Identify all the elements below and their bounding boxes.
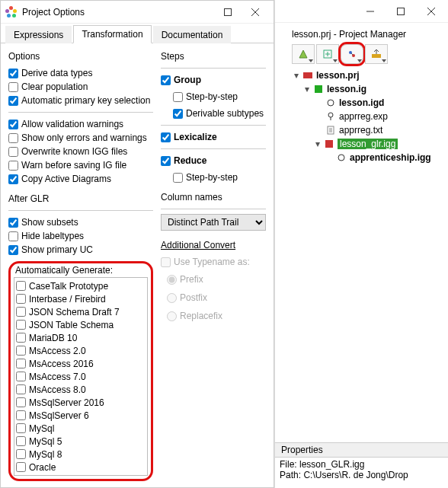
check[interactable] — [16, 384, 26, 394]
check[interactable] — [16, 410, 26, 420]
ig-icon — [313, 84, 324, 94]
option-label: Allow validation warnings — [21, 119, 123, 129]
autogen-row[interactable]: MsSqlServer 2016 — [16, 396, 146, 409]
autogen-row[interactable]: MySql 5 — [16, 435, 146, 448]
maximize-button[interactable] — [214, 2, 242, 23]
option-row[interactable]: Clear population — [8, 80, 153, 94]
afterglr-row[interactable]: Hide labeltypes — [8, 229, 153, 243]
option-row[interactable]: Allow validation warnings — [8, 117, 153, 131]
properties-panel: Properties File: lesson_GLR.igg Path: C:… — [275, 442, 448, 488]
autogen-row[interactable]: JSON Schema Draft 7 — [16, 305, 146, 318]
autogen-row[interactable]: Oracle 12 — [16, 474, 146, 476]
check[interactable] — [16, 359, 26, 368]
afterglr-row[interactable]: Show primary UC — [8, 243, 153, 257]
option-row[interactable]: Automatic primary key selection — [8, 94, 153, 107]
check[interactable] — [16, 423, 26, 433]
check[interactable] — [16, 372, 26, 381]
autogen-row[interactable]: MySql 8 — [16, 448, 146, 461]
step-group-check[interactable] — [161, 75, 171, 85]
step-reduce-stepbystep[interactable]: Step-by-step — [161, 171, 266, 184]
afterglr-row[interactable]: Show subsets — [8, 215, 153, 229]
check[interactable] — [16, 449, 26, 459]
check[interactable] — [161, 132, 171, 142]
radio — [167, 275, 177, 285]
close-button[interactable] — [242, 2, 269, 23]
column-names-select[interactable]: Distinct Path Trail — [161, 214, 266, 231]
check[interactable] — [8, 82, 18, 92]
tab-expressions[interactable]: Expressions — [5, 26, 72, 43]
close-button[interactable] — [418, 1, 445, 22]
check[interactable] — [173, 173, 183, 183]
check[interactable] — [16, 397, 26, 407]
auto-generate-list[interactable]: CaseTalk PrototypeInterbase / FirebirdJS… — [14, 277, 148, 476]
check[interactable] — [16, 294, 26, 304]
check[interactable] — [8, 120, 18, 129]
after-glr-group: Show subsetsHide labeltypesShow primary … — [8, 215, 153, 257]
tree-root[interactable]: ▾ lesson.prj — [292, 69, 443, 82]
check[interactable] — [8, 69, 18, 78]
check[interactable] — [8, 147, 18, 157]
step-lexicalize[interactable]: Lexicalize — [161, 130, 266, 144]
check[interactable] — [8, 231, 18, 241]
step-group-derivable[interactable]: Derivable subtypes — [161, 107, 266, 120]
option-row[interactable]: Warn before saving IG file — [8, 158, 153, 172]
check[interactable] — [8, 245, 18, 255]
tree-exp[interactable]: apprreg.exp — [292, 110, 443, 123]
check[interactable] — [16, 346, 26, 356]
autogen-label: MariaDB 10 — [29, 333, 77, 343]
check[interactable] — [173, 109, 183, 119]
tool-transform-button[interactable] — [341, 44, 363, 64]
tree-igg[interactable]: ▾ lesson_glr.igg — [292, 137, 443, 151]
autogen-row[interactable]: MsAccess 2016 — [16, 357, 146, 370]
svg-rect-1 — [398, 8, 405, 14]
step-group-stepbystep[interactable]: Step-by-step — [161, 90, 266, 104]
autogen-row[interactable]: MsAccess 8.0 — [16, 383, 146, 396]
option-label: Automatic primary key selection — [21, 95, 150, 106]
check[interactable] — [173, 92, 183, 102]
tree-txt[interactable]: apprreg.txt — [292, 123, 443, 137]
check[interactable] — [16, 281, 26, 291]
option-row[interactable]: Derive data types — [8, 66, 153, 80]
tree-ig[interactable]: ▾ lesson.ig — [292, 82, 443, 96]
autogen-row[interactable]: Interbase / Firebird — [16, 292, 146, 305]
step-group[interactable]: Group — [161, 73, 266, 87]
autogen-row[interactable]: Oracle — [16, 461, 146, 474]
check[interactable] — [16, 475, 26, 476]
option-row[interactable]: Show only errors and warnings — [8, 131, 153, 145]
minimize-button[interactable] — [357, 1, 384, 22]
tree-igd[interactable]: lesson.igd — [292, 96, 443, 110]
tool-edit-button[interactable] — [316, 44, 339, 64]
check[interactable] — [8, 133, 18, 143]
autogen-row[interactable]: JSON Table Schema — [16, 318, 146, 331]
check[interactable] — [16, 462, 26, 472]
autogen-row[interactable]: MariaDB 10 — [16, 331, 146, 344]
check[interactable] — [16, 307, 26, 317]
autogen-row[interactable]: MsAccess 2.0 — [16, 344, 146, 357]
option-row[interactable]: Copy Active Diagrams — [8, 172, 153, 186]
check[interactable] — [16, 436, 26, 446]
step-reduce[interactable]: Reduce — [161, 154, 266, 167]
autogen-label: JSON Schema Draft 7 — [29, 307, 120, 317]
option-row[interactable]: Overwrite known IGG files — [8, 145, 153, 158]
tool-export-button[interactable] — [365, 44, 388, 64]
maximize-button[interactable] — [387, 1, 414, 22]
options-group-2: Allow validation warningsShow only error… — [8, 117, 153, 186]
autogen-row[interactable]: CaseTalk Prototype — [16, 279, 146, 292]
check[interactable] — [8, 218, 18, 228]
tab-documentation[interactable]: Documentation — [153, 26, 232, 43]
autogen-row[interactable]: MsSqlServer 6 — [16, 409, 146, 422]
check[interactable] — [161, 156, 171, 166]
project-tree[interactable]: ▾ lesson.prj ▾ lesson.ig lesson.igd appr… — [292, 69, 443, 164]
autogen-row[interactable]: MsAccess 7.0 — [16, 370, 146, 383]
autogen-row[interactable]: MySql — [16, 422, 146, 435]
tab-transformation[interactable]: Transformation — [73, 25, 151, 43]
dialog-title: Project Options — [22, 7, 214, 18]
check[interactable] — [8, 161, 18, 171]
check[interactable] — [16, 333, 26, 343]
check[interactable] — [16, 320, 26, 330]
tool-add-button[interactable] — [292, 44, 315, 64]
tree-app[interactable]: apprenticeship.igg — [292, 151, 443, 164]
svg-rect-6 — [303, 72, 312, 78]
check[interactable] — [8, 174, 18, 184]
check[interactable] — [8, 96, 18, 106]
